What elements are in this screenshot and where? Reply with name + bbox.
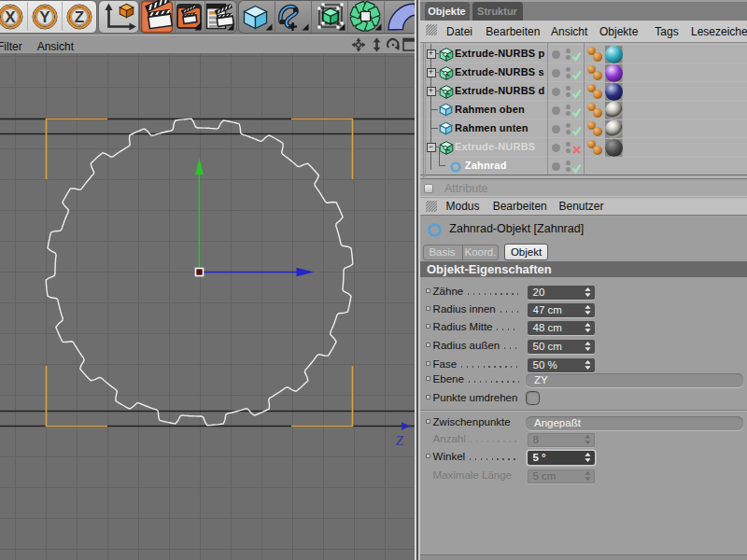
svg-text:X: X [5,8,16,26]
svg-text:Z: Z [75,8,84,26]
svg-text:Z: Z [396,434,403,448]
svg-text:Y: Y [39,8,50,26]
